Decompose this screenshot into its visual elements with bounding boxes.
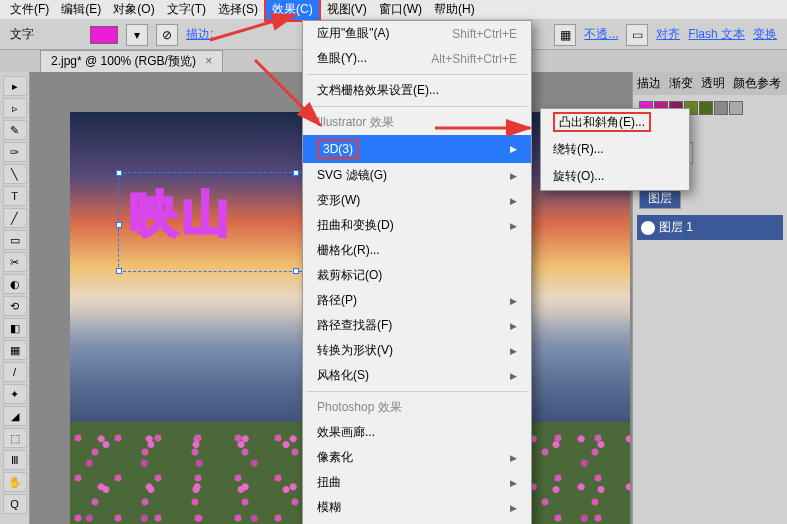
swatch-gray[interactable] <box>714 101 728 115</box>
brush-tool[interactable]: ✑ <box>3 142 27 162</box>
layer-name: 图层 1 <box>659 219 693 236</box>
type-tool[interactable]: T <box>3 186 27 206</box>
menu-effect-gallery[interactable]: 效果画廊... <box>303 420 531 445</box>
handle-ml[interactable] <box>116 222 122 228</box>
color-panel-tabs: 描边 渐变 透明 颜色参考 <box>633 72 787 95</box>
handle-tm[interactable] <box>293 170 299 176</box>
menu-brush-strokes[interactable]: 画笔描边 <box>303 520 531 524</box>
menu-distort-ps[interactable]: 扭曲 <box>303 470 531 495</box>
eyedropper-tool[interactable]: / <box>3 362 27 382</box>
doc-setup-icon[interactable]: ▦ <box>554 24 576 46</box>
scissors-tool[interactable]: ✂ <box>3 252 27 272</box>
handle-bm[interactable] <box>293 268 299 274</box>
slice-tool[interactable]: Ⅲ <box>3 450 27 470</box>
visibility-icon[interactable] <box>641 221 655 235</box>
tab-stroke[interactable]: 描边 <box>633 72 665 95</box>
graph-tool[interactable]: ◢ <box>3 406 27 426</box>
flash-text-link[interactable]: Flash 文本 <box>688 26 745 43</box>
selection-tool[interactable]: ▸ <box>3 76 27 96</box>
rotate-tool[interactable]: ◐ <box>3 274 27 294</box>
menu-text[interactable]: 文字(T) <box>161 0 212 20</box>
illustrator-effects-header: Illustrator 效果 <box>303 110 531 135</box>
align-link[interactable]: 对齐 <box>656 26 680 43</box>
no-fill[interactable]: ⊘ <box>156 24 178 46</box>
transform-link[interactable]: 变换 <box>753 26 777 43</box>
effects-menu: 应用"鱼眼"(A)Shift+Ctrl+E 鱼眼(Y)...Alt+Shift+… <box>302 20 532 524</box>
menu-extrude-bevel[interactable]: 凸出和斜角(E)... <box>541 109 689 136</box>
menubar: 文件(F) 编辑(E) 对象(O) 文字(T) 选择(S) 效果(C) 视图(V… <box>0 0 787 20</box>
layers-section: 图层 图层 1 <box>633 186 787 244</box>
menu-path[interactable]: 路径(P) <box>303 288 531 313</box>
photoshop-effects-header: Photoshop 效果 <box>303 395 531 420</box>
symbol-tool[interactable]: ✦ <box>3 384 27 404</box>
menu-distort-transform[interactable]: 扭曲和变换(D) <box>303 213 531 238</box>
mesh-tool[interactable]: ▦ <box>3 340 27 360</box>
separator <box>307 106 527 107</box>
menu-help[interactable]: 帮助(H) <box>428 0 481 20</box>
opacity-link[interactable]: 不透... <box>584 26 618 43</box>
reflect-tool[interactable]: ⟲ <box>3 296 27 316</box>
zoom-tool[interactable]: Q <box>3 494 27 514</box>
menu-convert-shape[interactable]: 转换为形状(V) <box>303 338 531 363</box>
document-tab[interactable]: 2.jpg* @ 100% (RGB/预览) × <box>40 50 223 72</box>
tool-mode-label: 文字 <box>10 26 34 43</box>
fill-options[interactable]: ▾ <box>126 24 148 46</box>
pen-tool[interactable]: ✎ <box>3 120 27 140</box>
menu-blur[interactable]: 模糊 <box>303 495 531 520</box>
handle-tl[interactable] <box>116 170 122 176</box>
tools-panel: ▸ ▹ ✎ ✑ ╲ T ╱ ▭ ✂ ◐ ⟲ ◧ ▦ / ✦ ◢ ⬚ Ⅲ ✋ Q <box>0 72 30 524</box>
menu-pathfinder[interactable]: 路径查找器(F) <box>303 313 531 338</box>
rect-tool[interactable]: ▭ <box>3 230 27 250</box>
direct-select-tool[interactable]: ▹ <box>3 98 27 118</box>
menu-edit[interactable]: 编辑(E) <box>55 0 107 20</box>
menu-svg-filters[interactable]: SVG 滤镜(G) <box>303 163 531 188</box>
menu-fisheye[interactable]: 鱼眼(Y)...Alt+Shift+Ctrl+E <box>303 46 531 71</box>
segment-tool[interactable]: ╱ <box>3 208 27 228</box>
menu-rotate-3d[interactable]: 旋转(O)... <box>541 163 689 190</box>
menu-select[interactable]: 选择(S) <box>212 0 264 20</box>
menu-stylize-ai[interactable]: 风格化(S) <box>303 363 531 388</box>
menu-revolve[interactable]: 绕转(R)... <box>541 136 689 163</box>
menu-effects[interactable]: 效果(C) <box>264 0 321 22</box>
separator <box>307 74 527 75</box>
menu-doc-raster-settings[interactable]: 文档栅格效果设置(E)... <box>303 78 531 103</box>
close-tab-icon[interactable]: × <box>205 54 212 68</box>
layer-row[interactable]: 图层 1 <box>637 215 783 240</box>
3d-submenu: 凸出和斜角(E)... 绕转(R)... 旋转(O)... <box>540 108 690 191</box>
gradient-tool[interactable]: ◧ <box>3 318 27 338</box>
align-icon[interactable]: ▭ <box>626 24 648 46</box>
menu-apply-fisheye[interactable]: 应用"鱼眼"(A)Shift+Ctrl+E <box>303 21 531 46</box>
menu-file[interactable]: 文件(F) <box>4 0 55 20</box>
swatch-green[interactable] <box>699 101 713 115</box>
menu-window[interactable]: 窗口(W) <box>373 0 428 20</box>
handle-bl[interactable] <box>116 268 122 274</box>
menu-pixelate[interactable]: 像素化 <box>303 445 531 470</box>
menu-object[interactable]: 对象(O) <box>107 0 160 20</box>
menu-warp[interactable]: 变形(W) <box>303 188 531 213</box>
tab-gradient[interactable]: 渐变 <box>665 72 697 95</box>
tab-title: 2.jpg* @ 100% (RGB/预览) <box>51 54 196 68</box>
artboard-tool[interactable]: ⬚ <box>3 428 27 448</box>
stroke-link[interactable]: 描边: <box>186 26 213 43</box>
fill-swatch[interactable] <box>90 26 118 44</box>
swatch-light[interactable] <box>729 101 743 115</box>
menu-rasterize[interactable]: 栅格化(R)... <box>303 238 531 263</box>
menu-crop-marks[interactable]: 裁剪标记(O) <box>303 263 531 288</box>
separator <box>307 391 527 392</box>
line-tool[interactable]: ╲ <box>3 164 27 184</box>
hand-tool[interactable]: ✋ <box>3 472 27 492</box>
menu-view[interactable]: 视图(V) <box>321 0 373 20</box>
tab-transparency[interactable]: 透明 <box>697 72 729 95</box>
tab-color-guide[interactable]: 颜色参考 <box>729 72 785 95</box>
menu-3d[interactable]: 3D(3) <box>303 135 531 163</box>
